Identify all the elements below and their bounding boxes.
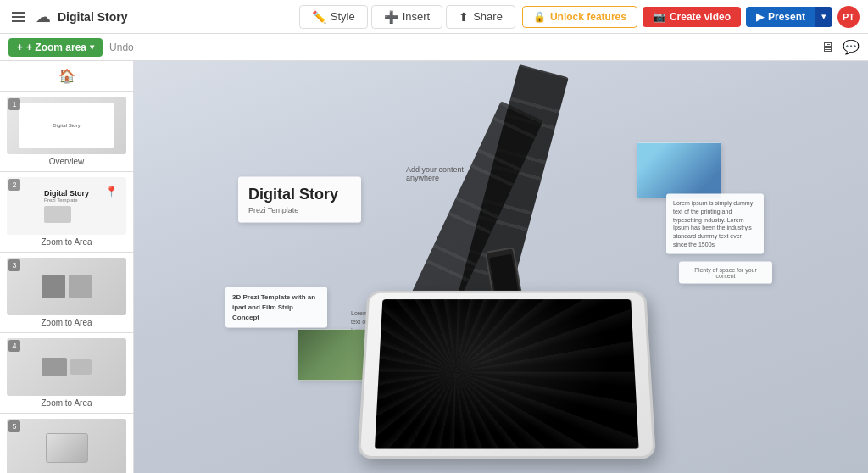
slide-preview-2: Digital Story Prezi Template [41, 186, 92, 226]
zoom-arrow-icon: ▾ [90, 42, 94, 52]
home-icon: 🏠 [58, 68, 75, 84]
undo-button[interactable]: Undo [109, 42, 134, 53]
main-layout: 🏠 1 Digital Story Overview 2 📍 Digital S… [0, 61, 868, 473]
card-lorem: Lorem ipsum is simply dummy text of the … [666, 194, 764, 254]
slide-num-1: 1 [8, 98, 20, 110]
slide-thumb-1: 1 Digital Story [7, 97, 126, 154]
nav-center-buttons: ✏️ Style ➕ Insert ⬆ Share [299, 5, 515, 29]
card-plenty: Plenty of space for your content [679, 262, 772, 284]
zoom-plus-icon: + [17, 42, 23, 53]
card-photo-top [637, 143, 721, 198]
app-title: Digital Story [58, 10, 292, 24]
pin-icon: 📍 [105, 186, 118, 198]
canvas-area[interactable]: Digital Story Prezi Template Add your co… [134, 61, 868, 473]
slide-thumb-2: 2 📍 Digital Story Prezi Template [7, 177, 126, 235]
slide-item-5[interactable]: 5 3D Prezi Template with an ipad and Fil… [0, 414, 133, 473]
toolbar-icons: 🖥 💬 [821, 39, 860, 55]
prezi-main: Digital Story Prezi Template Add your co… [213, 92, 789, 457]
card-3d-prezi: 3D Prezi Template with an ipad and Film … [225, 287, 327, 328]
play-icon: ▶ [756, 11, 764, 23]
insert-icon: ➕ [384, 10, 398, 24]
photo-top-image [637, 143, 721, 198]
create-video-button[interactable]: 📷 Create video [643, 7, 741, 27]
slide-thumb-3: 3 [7, 258, 126, 315]
lock-icon: 🔒 [533, 11, 546, 23]
slide-thumb-4: 4 [7, 338, 126, 396]
sidebar: 🏠 1 Digital Story Overview 2 📍 Digital S… [0, 61, 134, 473]
slide-num-5: 5 [8, 420, 20, 432]
main-title-heading: Digital Story [248, 186, 351, 204]
slide-item-2[interactable]: 2 📍 Digital Story Prezi Template Zoom to… [0, 172, 133, 253]
card-main-title[interactable]: Digital Story Prezi Template [238, 177, 361, 223]
share-icon: ⬆ [459, 10, 469, 24]
tablet [363, 287, 651, 473]
tablet-body [358, 291, 656, 459]
present-button[interactable]: ▶ Present [746, 7, 815, 27]
slide-item-1[interactable]: 1 Digital Story Overview [0, 92, 133, 172]
slide-label-2: Zoom to Area [7, 237, 126, 247]
hamburger-menu[interactable] [8, 8, 29, 25]
zoom-area-button[interactable]: + + Zoom area ▾ [8, 38, 103, 57]
style-button[interactable]: ✏️ Style [299, 5, 368, 29]
cloud-icon[interactable]: ☁ [36, 8, 51, 26]
present-dropdown-button[interactable]: ▾ [815, 7, 832, 27]
slide-num-2: 2 [8, 179, 20, 191]
avatar[interactable]: PT [837, 6, 860, 28]
share-button[interactable]: ⬆ Share [446, 5, 515, 29]
top-nav: ☁ Digital Story ✏️ Style ➕ Insert ⬆ Shar… [0, 0, 868, 34]
video-icon: 📷 [653, 11, 665, 23]
unlock-features-button[interactable]: 🔒 Unlock features [522, 6, 637, 28]
screen-rays [375, 299, 639, 448]
slide-num-4: 4 [8, 340, 20, 352]
sidebar-home-button[interactable]: 🏠 [0, 61, 133, 92]
monitor-icon[interactable]: 🖥 [821, 40, 834, 55]
slide-num-3: 3 [8, 259, 20, 271]
main-title-subtitle: Prezi Template [248, 205, 351, 214]
slide-label-3: Zoom to Area [7, 318, 126, 327]
slide-item-3[interactable]: 3 Zoom to Area [0, 253, 133, 333]
toolbar: + + Zoom area ▾ Undo 🖥 💬 [0, 34, 868, 61]
present-button-group: ▶ Present ▾ [746, 7, 832, 27]
style-icon: ✏️ [312, 10, 326, 24]
slide-preview-1: Digital Story [19, 103, 114, 148]
slide-thumb-5: 5 [7, 419, 126, 473]
card-add-content: Add your content anywhere [399, 160, 501, 187]
slide-label-4: Zoom to Area [7, 398, 126, 408]
chat-icon[interactable]: 💬 [843, 39, 860, 55]
insert-button[interactable]: ➕ Insert [371, 5, 443, 29]
slide-item-4[interactable]: 4 Zoom to Area [0, 333, 133, 414]
nav-right: 🔒 Unlock features 📷 Create video ▶ Prese… [522, 6, 860, 28]
tablet-screen [375, 299, 639, 448]
slide-label-1: Overview [7, 157, 126, 166]
